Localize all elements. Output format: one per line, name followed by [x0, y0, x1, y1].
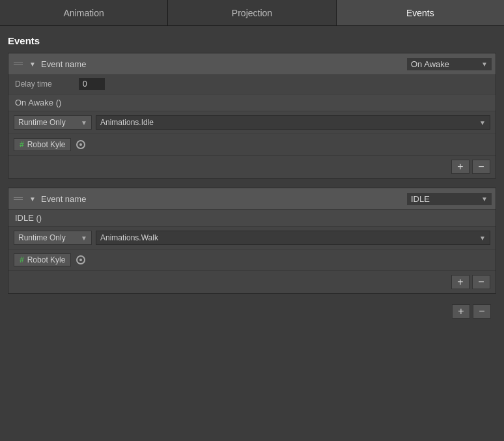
event-method-row-2: IDLE () — [8, 209, 496, 226]
target-circle-1 — [76, 140, 85, 149]
event-method-row-1: On Awake () — [8, 94, 496, 111]
function-arrow-1: ▼ — [479, 119, 486, 126]
object-row-2: # Robot Kyle — [8, 249, 496, 270]
add-button-1[interactable]: + — [451, 160, 469, 174]
event-method-call-2: IDLE () — [15, 213, 42, 223]
event-card-2: ▼ Event name IDLE ▼ IDLE () Runtime Only… — [8, 188, 496, 294]
hash-icon-2: # — [20, 255, 24, 264]
tab-projection[interactable]: Projection — [168, 0, 336, 25]
global-add-button[interactable]: + — [452, 304, 470, 319]
drag-handle-2[interactable] — [12, 197, 24, 200]
action-row-1: Runtime Only ▼ Animations.Idle ▼ — [8, 111, 496, 134]
object-chip-2[interactable]: # Robot Kyle — [14, 253, 71, 266]
collapse-arrow-2[interactable]: ▼ — [28, 195, 37, 203]
target-icon-1[interactable] — [75, 139, 87, 150]
target-icon-2[interactable] — [75, 254, 87, 266]
object-name-1: Robot Kyle — [27, 140, 66, 149]
global-buttons-row: + − — [8, 300, 496, 322]
function-arrow-2: ▼ — [479, 235, 486, 242]
runtime-option-2: Runtime Only — [18, 233, 66, 242]
action-buttons-row-1: + − — [8, 155, 496, 178]
tab-bar: Animation Projection Events — [0, 0, 504, 26]
delay-label-1: Delay time — [15, 79, 74, 89]
tab-projection-label: Projection — [232, 8, 272, 18]
main-content: Events ▼ Event name On Awake ▼ Delay tim… — [0, 26, 504, 441]
event-name-label-2: Event name — [41, 194, 403, 204]
event-header-2: ▼ Event name IDLE ▼ — [8, 188, 496, 209]
event-type-select-2[interactable]: IDLE ▼ — [407, 193, 492, 205]
runtime-arrow-1: ▼ — [81, 119, 87, 126]
tab-animation-label: Animation — [64, 8, 104, 18]
event-card-1: ▼ Event name On Awake ▼ Delay time 0 On … — [8, 53, 496, 178]
event-type-value-2: IDLE — [411, 194, 430, 204]
action-row-2: Runtime Only ▼ Animations.Walk ▼ — [8, 226, 496, 249]
target-circle-2 — [76, 255, 85, 264]
function-select-1[interactable]: Animations.Idle ▼ — [96, 115, 490, 130]
event-type-arrow-1: ▼ — [481, 61, 488, 68]
object-chip-1[interactable]: # Robot Kyle — [14, 138, 71, 151]
runtime-select-2[interactable]: Runtime Only ▼ — [14, 231, 92, 245]
event-name-label-1: Event name — [41, 59, 403, 69]
hash-icon-1: # — [20, 140, 24, 149]
add-button-2[interactable]: + — [451, 275, 469, 289]
function-name-2: Animations.Walk — [100, 233, 158, 242]
global-remove-button[interactable]: − — [473, 304, 491, 319]
event-type-value-1: On Awake — [411, 59, 449, 69]
remove-button-2[interactable]: − — [472, 275, 490, 289]
event-header-1: ▼ Event name On Awake ▼ — [8, 53, 496, 74]
tab-events-label: Events — [406, 8, 434, 18]
runtime-select-1[interactable]: Runtime Only ▼ — [14, 115, 92, 130]
delay-row-1: Delay time 0 — [8, 74, 496, 94]
object-name-2: Robot Kyle — [27, 255, 66, 264]
remove-button-1[interactable]: − — [472, 160, 490, 174]
tab-events[interactable]: Events — [337, 0, 504, 25]
collapse-arrow-1[interactable]: ▼ — [28, 61, 37, 68]
delay-value-1[interactable]: 0 — [79, 78, 105, 90]
section-title: Events — [8, 35, 496, 46]
event-type-select-1[interactable]: On Awake ▼ — [407, 58, 492, 70]
event-method-call-1: On Awake () — [15, 98, 61, 107]
event-type-arrow-2: ▼ — [481, 195, 488, 203]
object-row-1: # Robot Kyle — [8, 134, 496, 155]
function-select-2[interactable]: Animations.Walk ▼ — [96, 231, 490, 245]
drag-handle-1[interactable] — [12, 63, 24, 65]
runtime-arrow-2: ▼ — [81, 235, 87, 242]
function-name-1: Animations.Idle — [100, 118, 154, 127]
runtime-option-1: Runtime Only — [18, 118, 66, 127]
tab-animation[interactable]: Animation — [0, 0, 168, 25]
action-buttons-row-2: + − — [8, 270, 496, 293]
